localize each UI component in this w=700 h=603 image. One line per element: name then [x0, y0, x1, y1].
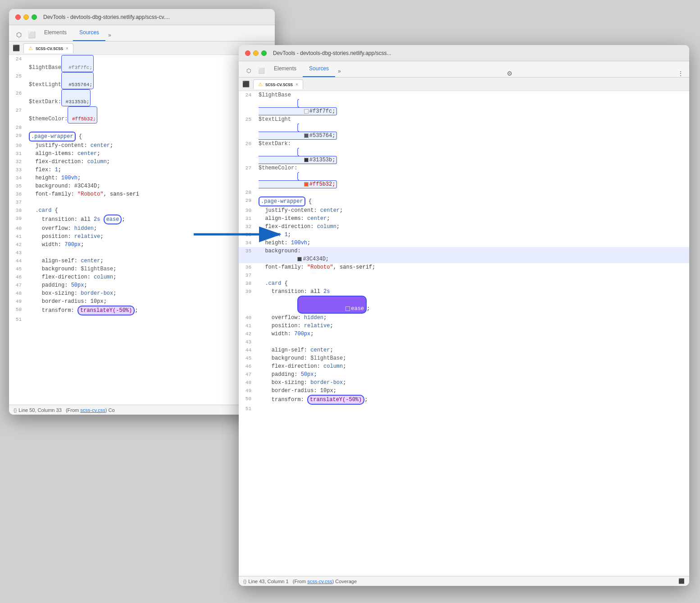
line-code: justify-content: center; [255, 206, 689, 215]
line-num: 50 [239, 395, 255, 405]
file-tab-label-2: scss-cv.scss [265, 82, 293, 87]
file-tab-2[interactable]: ⚠ scss-cv.scss × [253, 79, 303, 89]
tab-more-2[interactable]: » [335, 65, 344, 77]
device-icon-2[interactable]: ⬜ [255, 64, 268, 77]
table-row: 27 $themeColor: #ff5b32; [9, 106, 275, 123]
table-row: 33 flex: 1; [9, 166, 275, 174]
line-num: 46 [9, 273, 25, 281]
line-num: 25 [239, 115, 255, 140]
sidebar-toggle-1[interactable]: ⬛ [11, 43, 22, 54]
line-code: .page-wrapper { [25, 132, 275, 142]
line-code: box-sizing: border-box; [255, 379, 689, 387]
line-num: 29 [239, 196, 255, 206]
file-tab-bar-1: ⬛ ⚠ scss-cv.scss × [9, 41, 275, 55]
line-code: transition: all 2s ease; [255, 288, 689, 314]
table-row: 45 background: $lightBase; [239, 354, 689, 362]
line-num: 42 [9, 241, 25, 249]
line-code: .card { [25, 206, 275, 215]
line-code: flex-direction: column; [255, 362, 689, 370]
cursor-icon-2[interactable]: ⬡ [242, 64, 255, 77]
line-num: 32 [239, 223, 255, 231]
table-row: 37 [9, 198, 275, 206]
line-num: 26 [239, 140, 255, 164]
line-num: 40 [239, 314, 255, 322]
line-code: align-items: center; [25, 150, 275, 158]
table-row: 41 position: relative; [239, 322, 689, 330]
table-row: 38 .card { [9, 206, 275, 215]
file-close-btn-1[interactable]: × [66, 46, 68, 51]
line-num: 25 [9, 72, 25, 89]
tab-sources-2[interactable]: Sources [303, 61, 335, 77]
devtools-window-1: DevTools - devtools-dbg-stories.netlify.… [9, 9, 275, 415]
line-code: transform: translateY(-50%); [25, 306, 275, 315]
table-row: 24 $lightBase #f3f7fc; [9, 55, 275, 72]
line-num: 41 [239, 322, 255, 330]
table-row: 48 box-sizing: border-box; [239, 379, 689, 387]
minimize-button-2[interactable] [253, 50, 259, 56]
warning-icon-1: ⚠ [28, 46, 33, 51]
line-num: 27 [239, 164, 255, 188]
table-row: 28 [239, 188, 689, 196]
line-num: 33 [239, 231, 255, 239]
status-link-1[interactable]: scss-cv.css [80, 407, 105, 413]
close-button-2[interactable] [245, 50, 250, 56]
line-num: 43 [9, 249, 25, 257]
line-num: 47 [239, 370, 255, 379]
line-num: 38 [239, 279, 255, 288]
tab-bar-1: ⬡ ⬜ Elements Sources » [9, 25, 275, 41]
line-num: 40 [9, 224, 25, 233]
line-code [255, 188, 689, 196]
maximize-button-1[interactable] [32, 14, 37, 20]
cursor-icon-1[interactable]: ⬡ [13, 28, 25, 41]
line-code: border-radius: 10px; [255, 387, 689, 395]
line-num: 50 [9, 306, 25, 315]
window-title-1: DevTools - devtools-dbg-stories.netlify.… [43, 14, 170, 20]
file-tab-1[interactable]: ⚠ scss-cv.scss × [23, 43, 73, 53]
line-code: background: $lightBase; [255, 354, 689, 362]
tab-bar-2: ⬡ ⬜ Elements Sources » ⚙ ⋮ [239, 61, 689, 78]
line-code: $themeColor: #ff5b32; [255, 164, 689, 188]
settings-icon-2[interactable]: ⚙ [505, 70, 514, 77]
tab-more-1[interactable]: » [105, 29, 114, 41]
table-row: 32 flex-direction: column; [239, 223, 689, 231]
line-num: 34 [9, 174, 25, 182]
line-num: 51 [239, 405, 255, 413]
line-code: .page-wrapper { [255, 196, 689, 206]
table-row: 51 [239, 405, 689, 413]
line-num: 28 [239, 188, 255, 196]
table-row: 34 height: 100vh; [239, 239, 689, 247]
tab-elements-2[interactable]: Elements [268, 61, 303, 77]
line-code: align-self: center; [255, 346, 689, 354]
line-code: background: $lightBase; [25, 265, 275, 273]
line-num: 48 [239, 379, 255, 387]
tab-sources-1[interactable]: Sources [73, 25, 105, 41]
table-row: 25 $textLight #535764; [9, 72, 275, 89]
file-close-btn-2[interactable]: × [295, 82, 298, 87]
sidebar-toggle-2[interactable]: ⬛ [241, 79, 251, 90]
status-link-2[interactable]: scss-cv.css [307, 579, 332, 584]
line-code: height: 100vh; [25, 174, 275, 182]
line-num: 41 [9, 233, 25, 241]
line-num: 31 [9, 150, 25, 158]
minimize-button-1[interactable] [23, 14, 29, 20]
line-num: 29 [9, 132, 25, 142]
table-row: 31 align-items: center; [9, 150, 275, 158]
table-row: 42 width: 700px; [239, 330, 689, 338]
line-num: 51 [9, 315, 25, 324]
line-code: position: relative; [255, 322, 689, 330]
table-row: 44 align-self: center; [239, 346, 689, 354]
close-button-1[interactable] [15, 14, 21, 20]
file-tab-bar-2: ⬛ ⚠ scss-cv.scss × [239, 78, 689, 91]
line-code [25, 198, 275, 206]
table-row: 48 box-sizing: border-box; [9, 289, 275, 297]
file-tab-label-1: scss-cv.scss [36, 46, 63, 51]
device-icon-1[interactable]: ⬜ [25, 28, 38, 41]
tab-elements-1[interactable]: Elements [38, 25, 73, 41]
line-code: font-family: "Roboto", sans-seri [25, 190, 275, 198]
menu-icon-2[interactable]: ⋮ [676, 70, 686, 77]
line-code: $themeColor: #ff5b32; [25, 106, 275, 123]
line-code: transition: all 2s ease; [25, 215, 275, 224]
maximize-button-2[interactable] [261, 50, 267, 56]
line-code: align-items: center; [255, 215, 689, 223]
line-num: 36 [9, 190, 25, 198]
